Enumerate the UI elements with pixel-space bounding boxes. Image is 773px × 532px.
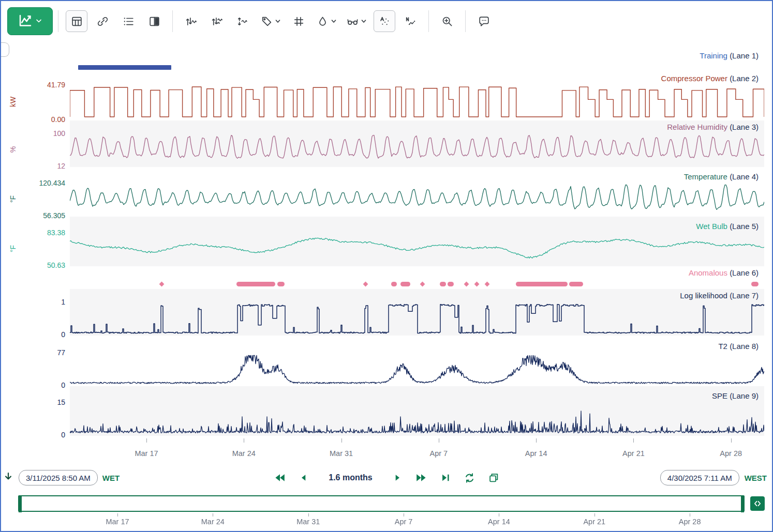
lane-6: Anomalous (Lane 6): [1, 266, 773, 289]
axis-tick: [633, 438, 634, 443]
y-axis-unit: %: [9, 144, 17, 155]
y-axis-max: 83.38: [1, 229, 65, 237]
axis-tick: [244, 438, 244, 443]
y-axis-max: 1: [1, 298, 65, 306]
trend-canvas-4[interactable]: [70, 183, 764, 217]
anomaly-point[interactable]: [485, 281, 490, 286]
lane-label-3[interactable]: Relative Humidity (Lane 3): [667, 123, 759, 131]
lane-3: Relative Humidity (Lane 3)10012%: [1, 120, 773, 167]
anomaly-point[interactable]: [464, 281, 469, 286]
anomaly-interval[interactable]: [569, 282, 583, 286]
lane-label-9[interactable]: SPE (Lane 9): [712, 391, 759, 400]
axis-tick-label: Mar 31: [330, 449, 353, 458]
lane-1: Training (Lane 1): [1, 50, 773, 73]
axis-tick-label: Mar 17: [135, 449, 158, 458]
trend-canvas-3[interactable]: [70, 133, 764, 167]
app-window: Training (Lane 1)Compressor Power (Lane …: [0, 0, 773, 532]
y-axis-max: 77: [1, 348, 65, 357]
axis-tick-label: Apr 14: [525, 449, 547, 458]
axis-tick-label: Apr 7: [430, 449, 448, 458]
lane-number: (Lane 5): [730, 222, 759, 231]
lane-number: (Lane 4): [730, 172, 759, 181]
lane-number: (Lane 9): [730, 391, 759, 400]
anomaly-point[interactable]: [474, 281, 479, 286]
lane-number: (Lane 2): [730, 74, 759, 83]
lane-7: Log likelihood (Lane 7)10: [1, 289, 773, 336]
expand-context-button[interactable]: [750, 496, 765, 511]
anomaly-interval[interactable]: [236, 282, 275, 286]
lane-8: T2 (Lane 8)770: [1, 336, 773, 386]
time-axis: Mar 17Mar 24Mar 31Apr 7Apr 14Apr 21Apr 2…: [1, 436, 772, 467]
axis-tick-label: Apr 28: [720, 449, 742, 458]
footer-left: 3/11/2025 8:50 AM WET: [3, 468, 120, 488]
axis-tick: [731, 438, 732, 443]
start-date-input[interactable]: 3/11/2025 8:50 AM: [19, 470, 98, 485]
refresh-button[interactable]: [464, 472, 475, 484]
anomaly-interval[interactable]: [400, 282, 410, 286]
anomaly-point[interactable]: [159, 281, 164, 286]
anomaly-point[interactable]: [420, 281, 425, 286]
lane-number: (Lane 6): [730, 268, 759, 277]
training-interval-bar[interactable]: [78, 65, 171, 70]
anomaly-interval[interactable]: [516, 282, 568, 286]
y-axis-max: 100: [1, 129, 65, 138]
trend-canvas-2[interactable]: [70, 84, 764, 120]
signal-name: Wet Bulb: [696, 222, 727, 231]
lane-4: Temperature (Lane 4)120.43456.305°F: [1, 167, 773, 217]
signal-name: Training: [700, 51, 727, 60]
anomaly-interval[interactable]: [440, 282, 446, 286]
slider-right-handle[interactable]: [741, 496, 744, 512]
rewind-button[interactable]: [274, 472, 286, 484]
axis-tick: [536, 438, 537, 443]
lane-label-7[interactable]: Log likelihood (Lane 7): [680, 291, 759, 300]
lane-2: Compressor Power (Lane 2)41.790.00kW: [1, 73, 773, 120]
signal-name: T2: [718, 342, 727, 351]
lane-label-4[interactable]: Temperature (Lane 4): [684, 172, 759, 181]
anomaly-interval[interactable]: [277, 282, 284, 286]
lane-label-6[interactable]: Anomalous (Lane 6): [689, 268, 759, 277]
slider-left-handle[interactable]: [19, 496, 22, 512]
signal-name: Temperature: [684, 172, 727, 181]
signal-name: Compressor Power: [661, 74, 727, 83]
y-axis-unit: °F: [9, 193, 17, 205]
footer-right: 4/30/2025 7:11 AM WEST: [660, 468, 767, 488]
copy-range-button[interactable]: [488, 472, 499, 483]
signal-name: Relative Humidity: [667, 123, 727, 131]
step-back-button[interactable]: [299, 473, 309, 483]
fast-forward-button[interactable]: [415, 472, 427, 484]
lane-number: (Lane 1): [730, 51, 759, 60]
duration-label[interactable]: 1.6 months: [329, 473, 372, 482]
end-timezone[interactable]: WEST: [745, 474, 767, 482]
end-date-input[interactable]: 4/30/2025 7:11 AM: [660, 470, 739, 485]
y-axis-unit: kW: [9, 96, 17, 108]
axis-tick-label: Mar 24: [232, 449, 256, 458]
trend-canvas-8[interactable]: [70, 352, 764, 386]
anomaly-interval[interactable]: [448, 282, 454, 286]
lane-label-2[interactable]: Compressor Power (Lane 2): [661, 74, 759, 83]
trend-canvas-9[interactable]: [70, 402, 764, 436]
trend-canvas-7[interactable]: [70, 301, 764, 336]
axis-tick: [341, 438, 342, 443]
start-timezone[interactable]: WET: [102, 474, 120, 482]
lane-label-8[interactable]: T2 (Lane 8): [718, 342, 759, 351]
skip-to-end-button[interactable]: [440, 472, 451, 483]
double-chevron-icon: [752, 498, 763, 509]
anomaly-point[interactable]: [363, 281, 368, 286]
signal-name: SPE: [712, 391, 727, 400]
axis-tick-label: Apr 21: [622, 449, 645, 458]
context-range-slider[interactable]: [18, 495, 745, 512]
lane-5: Wet Bulb (Lane 5)83.3850.63°F: [1, 217, 773, 266]
y-axis-max: 120.434: [1, 179, 65, 187]
y-axis-unit: °F: [9, 243, 17, 254]
step-forward-button[interactable]: [392, 473, 403, 483]
anomaly-interval[interactable]: [391, 282, 397, 286]
lane-label-5[interactable]: Wet Bulb (Lane 5): [696, 222, 759, 231]
anomaly-interval[interactable]: [751, 282, 759, 286]
jump-to-start-icon[interactable]: [3, 471, 14, 484]
y-axis-max: 41.79: [1, 81, 65, 89]
trend-canvas-5[interactable]: [70, 232, 764, 266]
lane-number: (Lane 7): [730, 291, 759, 300]
y-axis-max: 15: [1, 398, 65, 406]
lane-label-1[interactable]: Training (Lane 1): [700, 51, 759, 60]
signal-name: Log likelihood: [680, 291, 727, 300]
